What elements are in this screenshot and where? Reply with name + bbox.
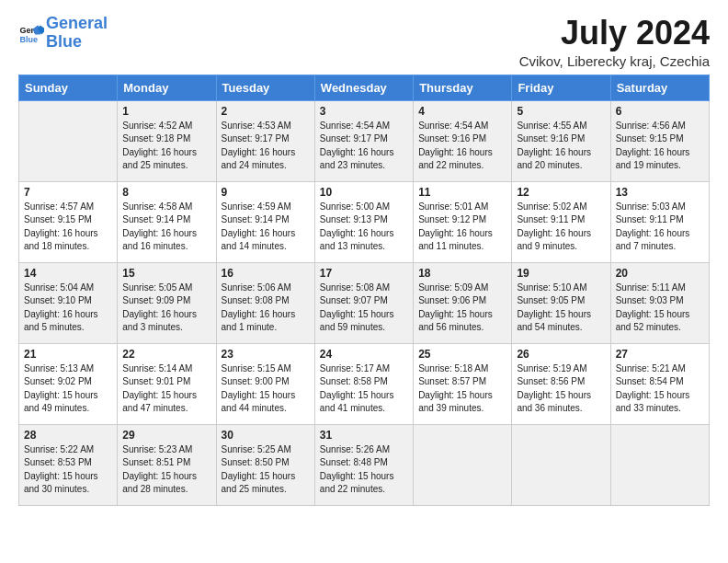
day-number: 23	[222, 348, 310, 361]
calendar-week-row: 21Sunrise: 5:13 AMSunset: 9:02 PMDayligh…	[19, 343, 710, 424]
day-info: Sunrise: 5:10 AMSunset: 9:05 PMDaylight:…	[517, 282, 605, 335]
day-number: 22	[122, 348, 210, 361]
calendar-cell: 31Sunrise: 5:26 AMSunset: 8:48 PMDayligh…	[314, 424, 413, 505]
calendar-cell: 19Sunrise: 5:10 AMSunset: 9:05 PMDayligh…	[512, 262, 610, 343]
calendar-cell: 3Sunrise: 4:54 AMSunset: 9:17 PMDaylight…	[314, 100, 413, 181]
calendar-cell: 7Sunrise: 4:57 AMSunset: 9:15 PMDaylight…	[19, 181, 118, 262]
calendar-cell: 24Sunrise: 5:17 AMSunset: 8:58 PMDayligh…	[314, 343, 413, 424]
day-number: 3	[320, 105, 408, 118]
day-number: 4	[418, 105, 506, 118]
day-header-friday: Friday	[512, 75, 610, 100]
day-info: Sunrise: 4:59 AMSunset: 9:14 PMDaylight:…	[222, 201, 310, 254]
logo-text: General Blue	[46, 15, 108, 52]
day-info: Sunrise: 4:58 AMSunset: 9:14 PMDaylight:…	[122, 201, 210, 254]
day-number: 9	[222, 186, 310, 199]
calendar-header-row: SundayMondayTuesdayWednesdayThursdayFrid…	[19, 75, 710, 100]
day-number: 8	[122, 186, 210, 199]
day-number: 17	[320, 267, 408, 280]
day-info: Sunrise: 5:04 AMSunset: 9:10 PMDaylight:…	[24, 282, 112, 335]
day-number: 14	[24, 267, 112, 280]
logo-line2: Blue	[46, 32, 82, 51]
day-number: 15	[122, 267, 210, 280]
calendar-cell: 13Sunrise: 5:03 AMSunset: 9:11 PMDayligh…	[610, 181, 709, 262]
day-number: 25	[418, 348, 506, 361]
calendar-cell: 4Sunrise: 4:54 AMSunset: 9:16 PMDaylight…	[414, 100, 512, 181]
calendar-container: General Blue General Blue July 2024 Cvik…	[0, 0, 728, 515]
day-info: Sunrise: 4:56 AMSunset: 9:15 PMDaylight:…	[616, 120, 704, 173]
day-number: 12	[517, 186, 605, 199]
day-info: Sunrise: 5:15 AMSunset: 9:00 PMDaylight:…	[222, 362, 310, 416]
month-title: July 2024	[519, 15, 710, 52]
calendar-cell: 16Sunrise: 5:06 AMSunset: 9:08 PMDayligh…	[216, 262, 314, 343]
calendar-cell: 20Sunrise: 5:11 AMSunset: 9:03 PMDayligh…	[610, 262, 709, 343]
calendar-cell	[512, 424, 610, 505]
calendar-cell	[610, 424, 709, 505]
calendar-cell: 12Sunrise: 5:02 AMSunset: 9:11 PMDayligh…	[512, 181, 610, 262]
day-info: Sunrise: 5:25 AMSunset: 8:50 PMDaylight:…	[222, 443, 310, 497]
day-info: Sunrise: 5:18 AMSunset: 8:57 PMDaylight:…	[418, 362, 506, 416]
calendar-cell: 25Sunrise: 5:18 AMSunset: 8:57 PMDayligh…	[414, 343, 512, 424]
calendar-cell: 5Sunrise: 4:55 AMSunset: 9:16 PMDaylight…	[512, 100, 610, 181]
day-number: 18	[418, 267, 506, 280]
title-block: July 2024 Cvikov, Liberecky kraj, Czechi…	[519, 15, 710, 69]
day-info: Sunrise: 5:13 AMSunset: 9:02 PMDaylight:…	[24, 362, 112, 416]
calendar-cell: 26Sunrise: 5:19 AMSunset: 8:56 PMDayligh…	[512, 343, 610, 424]
location-subtitle: Cvikov, Liberecky kraj, Czechia	[519, 53, 710, 69]
day-number: 27	[616, 348, 704, 361]
day-info: Sunrise: 5:17 AMSunset: 8:58 PMDaylight:…	[320, 362, 408, 416]
calendar-cell: 2Sunrise: 4:53 AMSunset: 9:17 PMDaylight…	[216, 100, 314, 181]
day-header-wednesday: Wednesday	[314, 75, 413, 100]
day-number: 29	[122, 429, 210, 442]
day-number: 26	[517, 348, 605, 361]
day-number: 16	[222, 267, 310, 280]
header: General Blue General Blue July 2024 Cvik…	[18, 15, 710, 69]
day-number: 28	[24, 429, 112, 442]
day-number: 2	[222, 105, 310, 118]
day-info: Sunrise: 4:52 AMSunset: 9:18 PMDaylight:…	[122, 120, 210, 173]
day-info: Sunrise: 4:55 AMSunset: 9:16 PMDaylight:…	[517, 120, 605, 173]
logo-icon: General Blue	[18, 20, 44, 46]
day-header-sunday: Sunday	[19, 75, 118, 100]
calendar-table: SundayMondayTuesdayWednesdayThursdayFrid…	[18, 75, 710, 506]
day-info: Sunrise: 5:21 AMSunset: 8:54 PMDaylight:…	[616, 362, 704, 416]
calendar-cell: 11Sunrise: 5:01 AMSunset: 9:12 PMDayligh…	[414, 181, 512, 262]
calendar-cell: 23Sunrise: 5:15 AMSunset: 9:00 PMDayligh…	[216, 343, 314, 424]
day-info: Sunrise: 4:54 AMSunset: 9:17 PMDaylight:…	[320, 120, 408, 173]
day-number: 13	[616, 186, 704, 199]
calendar-week-row: 1Sunrise: 4:52 AMSunset: 9:18 PMDaylight…	[19, 100, 710, 181]
day-number: 31	[320, 429, 408, 442]
calendar-cell: 8Sunrise: 4:58 AMSunset: 9:14 PMDaylight…	[118, 181, 216, 262]
day-info: Sunrise: 5:19 AMSunset: 8:56 PMDaylight:…	[517, 362, 605, 416]
day-info: Sunrise: 5:02 AMSunset: 9:11 PMDaylight:…	[517, 201, 605, 254]
calendar-cell: 1Sunrise: 4:52 AMSunset: 9:18 PMDaylight…	[118, 100, 216, 181]
calendar-cell: 27Sunrise: 5:21 AMSunset: 8:54 PMDayligh…	[610, 343, 709, 424]
day-info: Sunrise: 4:53 AMSunset: 9:17 PMDaylight:…	[222, 120, 310, 173]
calendar-cell: 22Sunrise: 5:14 AMSunset: 9:01 PMDayligh…	[118, 343, 216, 424]
day-info: Sunrise: 5:01 AMSunset: 9:12 PMDaylight:…	[418, 201, 506, 254]
day-info: Sunrise: 4:54 AMSunset: 9:16 PMDaylight:…	[418, 120, 506, 173]
day-number: 1	[122, 105, 210, 118]
calendar-cell: 28Sunrise: 5:22 AMSunset: 8:53 PMDayligh…	[19, 424, 118, 505]
calendar-cell	[19, 100, 118, 181]
calendar-week-row: 7Sunrise: 4:57 AMSunset: 9:15 PMDaylight…	[19, 181, 710, 262]
calendar-cell: 10Sunrise: 5:00 AMSunset: 9:13 PMDayligh…	[314, 181, 413, 262]
day-info: Sunrise: 5:14 AMSunset: 9:01 PMDaylight:…	[122, 362, 210, 416]
calendar-cell	[414, 424, 512, 505]
day-info: Sunrise: 5:11 AMSunset: 9:03 PMDaylight:…	[616, 282, 704, 335]
day-number: 10	[320, 186, 408, 199]
day-number: 21	[24, 348, 112, 361]
calendar-cell: 6Sunrise: 4:56 AMSunset: 9:15 PMDaylight…	[610, 100, 709, 181]
logo: General Blue General Blue	[18, 15, 108, 52]
day-number: 5	[517, 105, 605, 118]
day-info: Sunrise: 5:26 AMSunset: 8:48 PMDaylight:…	[320, 443, 408, 497]
calendar-cell: 9Sunrise: 4:59 AMSunset: 9:14 PMDaylight…	[216, 181, 314, 262]
day-number: 19	[517, 267, 605, 280]
day-number: 7	[24, 186, 112, 199]
calendar-week-row: 14Sunrise: 5:04 AMSunset: 9:10 PMDayligh…	[19, 262, 710, 343]
day-number: 24	[320, 348, 408, 361]
day-number: 11	[418, 186, 506, 199]
day-header-saturday: Saturday	[610, 75, 709, 100]
calendar-cell: 17Sunrise: 5:08 AMSunset: 9:07 PMDayligh…	[314, 262, 413, 343]
calendar-cell: 15Sunrise: 5:05 AMSunset: 9:09 PMDayligh…	[118, 262, 216, 343]
logo-line1: General	[46, 14, 108, 32]
